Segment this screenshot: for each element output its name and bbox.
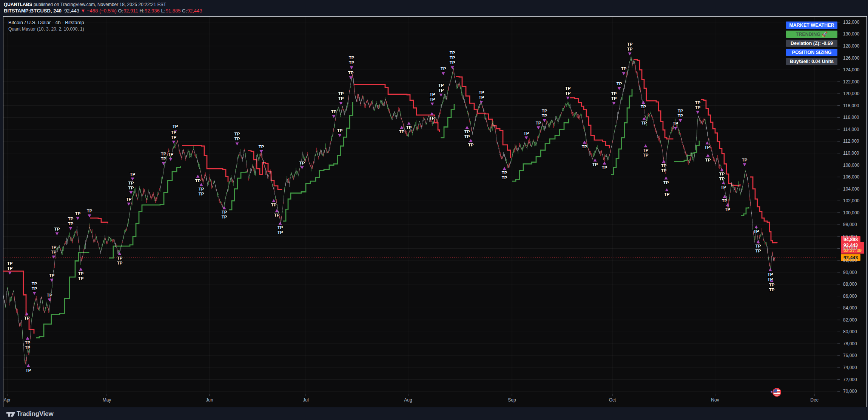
price-axis-label[interactable]: 80,000 — [843, 329, 857, 334]
svg-text:TP: TP — [565, 86, 571, 91]
time-axis-label[interactable]: Dec — [810, 397, 818, 403]
svg-text:TP: TP — [171, 130, 177, 135]
svg-text:TP: TP — [75, 211, 81, 216]
time-axis-label[interactable]: Jun — [206, 397, 213, 403]
time-axis-label[interactable]: Jul — [303, 397, 308, 403]
price-axis-label[interactable]: 78,000 — [843, 341, 857, 346]
svg-text:TP: TP — [663, 180, 669, 185]
svg-text:TP: TP — [87, 209, 93, 213]
svg-text:TP: TP — [705, 158, 711, 162]
trailing-stop-support-line — [611, 89, 632, 175]
price-axis-label[interactable]: 118,000 — [843, 103, 859, 108]
svg-text:TP: TP — [278, 225, 283, 230]
svg-text:TP: TP — [25, 340, 31, 345]
svg-text:TP: TP — [754, 229, 759, 234]
price-axis-label[interactable]: 124,000 — [843, 67, 859, 72]
tradingview-logo-icon[interactable] — [6, 410, 16, 418]
svg-text:TP: TP — [602, 165, 607, 170]
svg-text:TP: TP — [502, 175, 507, 180]
svg-text:TP: TP — [621, 66, 627, 71]
footer-bar: TradingView — [0, 408, 868, 420]
price-axis-label[interactable]: 84,000 — [843, 305, 857, 311]
price-axis-label[interactable]: 76,000 — [843, 353, 857, 358]
svg-text:TP: TP — [32, 282, 37, 286]
svg-text:TP: TP — [168, 152, 174, 157]
trailing-stop-resistance-line — [90, 218, 108, 223]
price-axis-label[interactable]: 128,000 — [843, 43, 859, 49]
svg-text:TP: TP — [117, 261, 123, 265]
svg-text:TP: TP — [643, 148, 649, 152]
price-axis-label[interactable]: 126,000 — [843, 55, 859, 61]
price-axis-label[interactable]: 82,000 — [843, 317, 857, 323]
price-axis-label[interactable]: 106,000 — [843, 174, 859, 180]
svg-text:TP: TP — [429, 116, 435, 120]
price-axis-label[interactable]: 132,000 — [843, 20, 859, 25]
axis-ticks — [7, 22, 840, 396]
price-axis-label[interactable]: 116,000 — [843, 115, 859, 120]
svg-text:TP: TP — [278, 230, 283, 235]
price-axis-label[interactable]: 96,000 — [843, 234, 857, 239]
price-axis-label[interactable]: 70,000 — [843, 389, 857, 394]
us-flag-economic-event-icon[interactable] — [772, 388, 781, 397]
svg-text:TP: TP — [582, 145, 587, 149]
svg-text:TP: TP — [450, 60, 455, 65]
trailing-stop-support-line — [512, 118, 569, 181]
time-axis-label[interactable]: Aug — [404, 397, 412, 403]
price-axis-label[interactable]: 112,000 — [843, 138, 859, 144]
price-axis-label[interactable]: 102,000 — [843, 198, 859, 203]
svg-text:TP: TP — [348, 71, 354, 75]
chart-legend-indicator[interactable]: Quant Master (10, 3, 20, 2, 10,000, 1) — [8, 26, 84, 32]
price-axis-label[interactable]: 94,000 — [843, 246, 857, 251]
svg-text:TP: TP — [117, 256, 123, 260]
panel-row-market-weather: MARKET WEATHER — [786, 22, 837, 29]
svg-text:TP: TP — [678, 109, 683, 113]
price-axis-label[interactable]: 74,000 — [843, 365, 857, 370]
price-axis-label[interactable]: 86,000 — [843, 294, 857, 299]
svg-text:TP: TP — [617, 82, 622, 86]
price-axis-label[interactable]: 122,000 — [843, 79, 859, 85]
time-axis-label[interactable]: Nov — [711, 397, 719, 403]
svg-text:TP: TP — [661, 168, 667, 173]
price-axis-label[interactable]: 100,000 — [843, 210, 859, 215]
price-axis-label[interactable]: 114,000 — [843, 127, 859, 132]
svg-text:TP: TP — [26, 368, 31, 372]
svg-text:TP: TP — [464, 134, 470, 139]
take-profit-labels: TPTPTPTPTPTPTPTPTPTPTPTPTPTPTPTPTPTPTPTP… — [7, 42, 775, 372]
chart-legend-symbol[interactable]: Bitcoin / U.S. Dollar · 4h · Bitstamp — [8, 20, 84, 25]
price-axis-label[interactable]: 98,000 — [843, 222, 857, 227]
price-chart-canvas[interactable]: TPTPTPTPTPTPTPTPTPTPTPTPTPTPTPTPTPTPTPTP… — [0, 0, 868, 420]
svg-text:TP: TP — [641, 105, 646, 109]
panel-row-trending-status: TRENDING 🚀 — [786, 31, 837, 38]
price-axis-label[interactable]: 120,000 — [843, 91, 859, 96]
svg-text:TP: TP — [430, 92, 435, 97]
price-axis-label[interactable]: 90,000 — [843, 270, 857, 275]
svg-text:TP: TP — [438, 88, 444, 92]
time-axis-label[interactable]: Sep — [508, 397, 516, 403]
svg-text:TP: TP — [678, 114, 683, 118]
price-axis-label[interactable]: 110,000 — [843, 151, 859, 156]
svg-text:TP: TP — [502, 171, 507, 175]
svg-text:TP: TP — [128, 181, 134, 185]
time-axis-label[interactable]: May — [103, 397, 111, 403]
price-axis-label[interactable]: 92,000 — [843, 258, 857, 263]
svg-text:TP: TP — [24, 316, 30, 320]
svg-text:TP: TP — [430, 97, 435, 102]
svg-text:TP: TP — [78, 271, 84, 276]
price-axis-label[interactable]: 108,000 — [843, 163, 859, 168]
svg-text:TP: TP — [349, 55, 355, 60]
svg-text:TP: TP — [468, 143, 474, 147]
time-axis-label[interactable]: Apr — [4, 397, 11, 403]
price-axis-label[interactable]: 72,000 — [843, 377, 857, 382]
svg-text:TP: TP — [627, 42, 633, 46]
tradingview-published-chart: QUANTLABS published on TradingView.com, … — [0, 0, 868, 420]
price-axis-label[interactable]: 104,000 — [843, 186, 859, 192]
svg-text:TP: TP — [128, 186, 134, 190]
tradingview-wordmark[interactable]: TradingView — [17, 410, 54, 418]
svg-text:TP: TP — [161, 157, 167, 161]
trailing-stop-resistance-line — [634, 60, 673, 139]
price-axis-label[interactable]: 88,000 — [843, 282, 857, 287]
svg-text:TP: TP — [173, 124, 178, 129]
quant-master-info-panel: MARKET WEATHER TRENDING 🚀 Deviation (Z):… — [786, 22, 837, 67]
time-axis-label[interactable]: Oct — [609, 397, 616, 403]
price-axis-label[interactable]: 130,000 — [843, 31, 859, 37]
